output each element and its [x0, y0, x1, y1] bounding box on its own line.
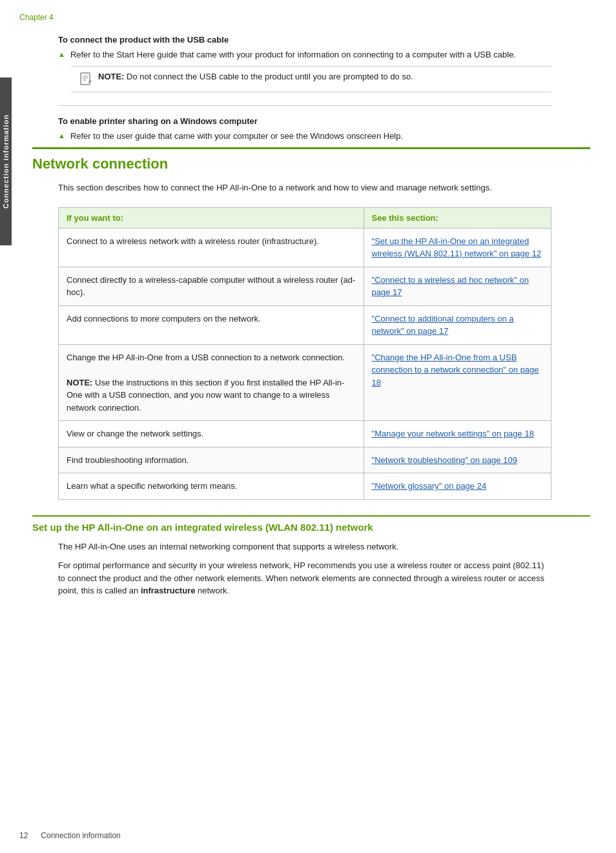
table-cell-col1: Connect to a wireless network with a wir…: [59, 228, 364, 267]
printer-sharing-bullet-text: Refer to the user guide that came with y…: [70, 131, 403, 141]
table-cell-col2: "Connect to additional computers on a ne…: [364, 305, 551, 344]
network-section-heading: Network connection: [32, 147, 590, 172]
table-link[interactable]: "Network glossary" on page 24: [372, 481, 487, 491]
chapter-heading: Chapter 4: [19, 13, 590, 22]
footer: 12 Connection information: [19, 831, 121, 840]
side-tab: Connection information: [0, 77, 12, 245]
table-row: Connect to a wireless network with a wir…: [59, 228, 551, 267]
table-cell-col2: "Change the HP All-in-One from a USB con…: [364, 344, 551, 421]
footer-label: Connection information: [41, 831, 120, 840]
table-link[interactable]: "Connect to additional computers on a ne…: [372, 314, 514, 336]
table-link[interactable]: "Connect to a wireless ad hoc network" o…: [372, 275, 529, 298]
svg-rect-0: [81, 73, 90, 85]
table-link[interactable]: "Manage your network settings" on page 1…: [372, 429, 534, 438]
table-row: Connect directly to a wireless-capable c…: [59, 267, 551, 305]
note-icon: [79, 72, 93, 87]
table-row: Learn what a specific networking term me…: [59, 473, 551, 500]
table-cell-col1: Learn what a specific networking term me…: [59, 473, 364, 500]
wlan-section-heading: Set up the HP All-in-One on an integrate…: [32, 515, 590, 533]
printer-sharing-bullet-item: ▲ Refer to the user guide that came with…: [58, 131, 590, 141]
main-content: Chapter 4 To connect the product with th…: [19, 0, 590, 630]
table-row: Change the HP All-in-One from a USB conn…: [59, 344, 551, 421]
usb-note-label: NOTE:: [98, 72, 124, 81]
table-cell-col2: "Set up the HP All-in-One on an integrat…: [364, 228, 551, 267]
table-cell-col2: "Connect to a wireless ad hoc network" o…: [364, 267, 551, 305]
usb-note-box: NOTE: Do not connect the USB cable to th…: [71, 66, 551, 92]
wlan-para2-part1: For optimal performance and security in …: [58, 560, 544, 595]
footer-page-number: 12: [19, 831, 28, 840]
wlan-para2-part3: network.: [195, 586, 229, 595]
table-row: Add connections to more computers on the…: [59, 305, 551, 344]
usb-section-title: To connect the product with the USB cabl…: [58, 35, 590, 45]
table-cell-col2: "Network glossary" on page 24: [364, 473, 551, 500]
table-link[interactable]: "Set up the HP All-in-One on an integrat…: [372, 236, 542, 259]
printer-sharing-bullet-list: ▲ Refer to the user guide that came with…: [58, 131, 590, 141]
printer-sharing-title: To enable printer sharing on a Windows c…: [58, 116, 590, 126]
wlan-para2: For optimal performance and security in …: [58, 559, 551, 597]
table-row: View or change the network settings."Man…: [59, 421, 551, 447]
triangle-icon-2: ▲: [58, 132, 65, 139]
table-cell-col1: Change the HP All-in-One from a USB conn…: [59, 344, 364, 421]
table-cell-col1: Connect directly to a wireless-capable c…: [59, 267, 364, 305]
table-col1-header: If you want to:: [59, 207, 364, 228]
table-note-inline: NOTE: Use the instructions in this secti…: [67, 378, 344, 413]
usb-note-content: Do not connect the USB cable to the prod…: [127, 72, 413, 81]
usb-bullet-item: ▲ Refer to the Start Here guide that cam…: [58, 50, 590, 59]
table-link[interactable]: "Network troubleshooting" on page 109: [372, 455, 517, 465]
table-cell-col2: "Manage your network settings" on page 1…: [364, 421, 551, 447]
table-cell-col1: View or change the network settings.: [59, 421, 364, 447]
table-cell-col1: Add connections to more computers on the…: [59, 305, 364, 344]
table-col2-header: See this section:: [364, 207, 551, 228]
usb-bullet-text: Refer to the Start Here guide that came …: [70, 50, 516, 59]
network-intro: This section describes how to connect th…: [58, 181, 551, 194]
divider-1: [58, 105, 551, 106]
usb-note-text: NOTE: Do not connect the USB cable to th…: [98, 72, 413, 81]
wlan-para2-bold: infrastructure: [141, 586, 196, 595]
table-row: Find troubleshooting information."Networ…: [59, 447, 551, 473]
table-link[interactable]: "Change the HP All-in-One from a USB con…: [372, 353, 539, 387]
network-info-table: If you want to: See this section: Connec…: [58, 207, 551, 500]
table-cell-col2: "Network troubleshooting" on page 109: [364, 447, 551, 473]
side-tab-label: Connection information: [2, 114, 10, 209]
wlan-para1: The HP All-in-One uses an internal netwo…: [58, 540, 551, 553]
table-cell-col1: Find troubleshooting information.: [59, 447, 364, 473]
triangle-icon: ▲: [58, 50, 65, 58]
usb-bullet-list: ▲ Refer to the Start Here guide that cam…: [58, 50, 590, 59]
